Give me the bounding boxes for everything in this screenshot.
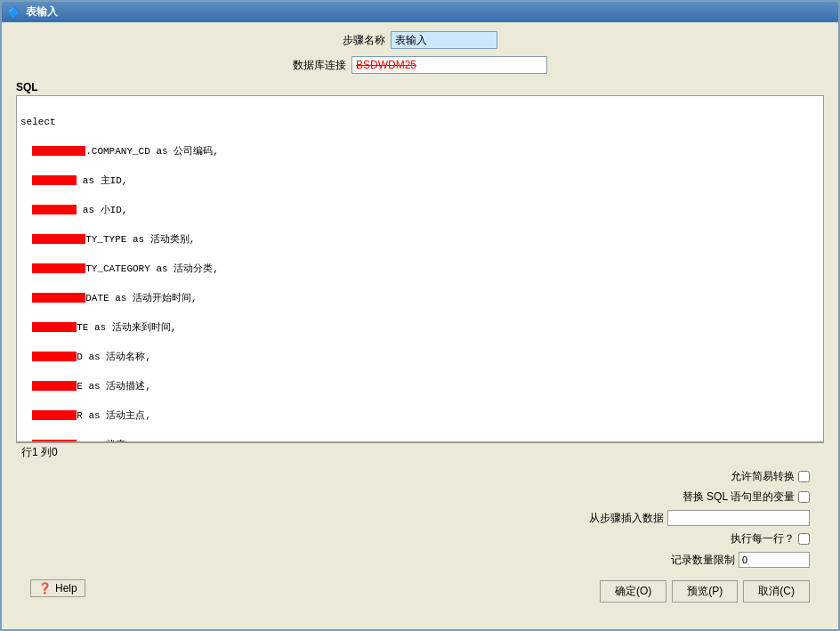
help-label: Help: [55, 582, 77, 595]
sql-editor[interactable]: select .COMPANY_CD as 公司编码, as 主ID, as 小…: [16, 95, 824, 442]
step-name-label: 步骤名称: [343, 33, 385, 48]
execute-each-row-row: 执行每一行？: [30, 531, 810, 546]
help-button[interactable]: ❓ Help: [30, 579, 85, 597]
status-text: 行1 列0: [21, 446, 58, 458]
title-bar: 🔷 表输入: [2, 2, 838, 22]
replace-variables-checkbox[interactable]: [798, 491, 810, 503]
insert-from-step-row: 从步骤插入数据: [30, 510, 810, 526]
execute-each-row-label: 执行每一行？: [731, 531, 795, 546]
db-connection-row: 数据库连接: [16, 56, 824, 74]
allow-simple-convert-checkbox[interactable]: [798, 471, 810, 482]
db-connection-input[interactable]: [351, 56, 547, 74]
execute-each-row-checkbox[interactable]: [798, 533, 810, 545]
main-window: 🔷 表输入 步骤名称 数据库连接 SQL select .COMPANY_CD …: [0, 0, 840, 631]
title-bar-text: 表输入: [26, 4, 58, 20]
action-buttons: 确定(O) 预览(P) 取消(C): [600, 580, 810, 603]
record-limit-input[interactable]: [739, 552, 810, 568]
ok-button[interactable]: 确定(O): [600, 580, 666, 603]
footer-row: ❓ Help 确定(O) 预览(P) 取消(C): [30, 573, 810, 603]
window-icon: 🔷: [7, 6, 20, 19]
sql-content: select .COMPANY_CD as 公司编码, as 主ID, as 小…: [20, 100, 820, 442]
help-icon: ❓: [38, 582, 52, 595]
window-content: 步骤名称 数据库连接 SQL select .COMPANY_CD as 公司编…: [2, 22, 838, 629]
record-limit-label: 记录数量限制: [671, 553, 735, 568]
allow-simple-convert-row: 允许简易转换: [30, 469, 810, 484]
insert-from-step-input[interactable]: [667, 510, 810, 526]
insert-from-step-label: 从步骤插入数据: [589, 511, 664, 526]
replace-variables-label: 替换 SQL 语句里的变量: [682, 489, 795, 505]
sql-label: SQL: [16, 81, 824, 93]
record-limit-row: 记录数量限制: [30, 552, 810, 568]
sql-section: SQL select .COMPANY_CD as 公司编码, as 主ID, …: [16, 81, 824, 442]
allow-simple-convert-label: 允许简易转换: [731, 469, 795, 484]
bottom-section: 允许简易转换 替换 SQL 语句里的变量 从步骤插入数据 执行每一行？ 记录数量…: [16, 462, 824, 610]
preview-button[interactable]: 预览(P): [672, 580, 738, 603]
step-name-row: 步骤名称: [16, 31, 824, 49]
replace-variables-row: 替换 SQL 语句里的变量: [30, 489, 810, 505]
step-name-input[interactable]: [391, 31, 497, 49]
status-bar: 行1 列0: [16, 442, 824, 462]
db-label: 数据库连接: [293, 58, 346, 73]
cancel-button[interactable]: 取消(C): [743, 580, 810, 603]
